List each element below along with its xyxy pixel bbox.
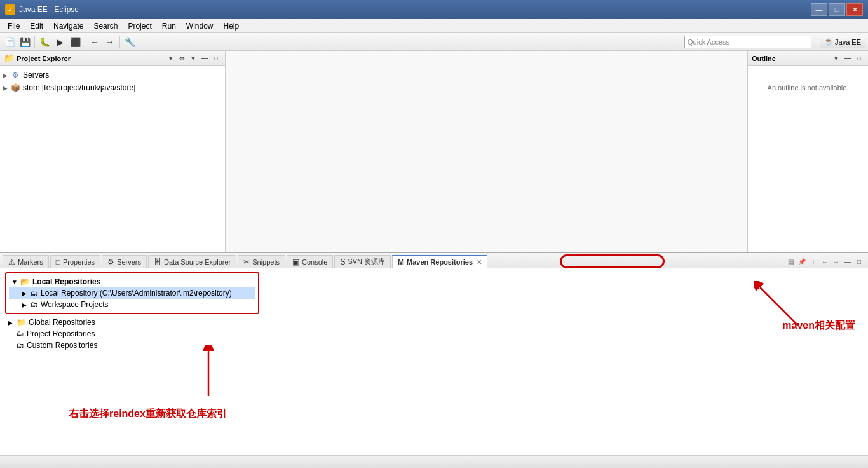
repo-workspace[interactable]: ▶ 🗂 Workspace Projects xyxy=(9,299,255,310)
outline-header: Outline ▼ — □ xyxy=(748,51,868,66)
servers-tab-icon: ⚙ xyxy=(107,258,114,266)
local-repos-highlight-box: ▼ 📂 Local Repositories ▶ 🗂 Local Reposit… xyxy=(5,272,259,314)
tree-item-store[interactable]: ▶ 📦 store [testproject/trunk/java/store] xyxy=(0,81,225,94)
outline-maximize-btn[interactable]: □ xyxy=(854,53,864,64)
workspace-icon: 🗂 xyxy=(31,300,38,309)
menu-search[interactable]: Search xyxy=(88,19,123,32)
tab-servers-label: Servers xyxy=(117,258,141,266)
toolbar-run-btn[interactable]: ▶ xyxy=(53,35,67,49)
bottom-tab-bar: ⚠ Markers □ Properties ⚙ Servers 🗄 Data … xyxy=(0,253,868,268)
reindex-annotation-text: 右击选择reindex重新获取仓库索引 xyxy=(69,408,227,421)
toolbar-sep-2 xyxy=(85,36,85,48)
menu-run[interactable]: Run xyxy=(157,19,181,32)
toolbar-sep-3 xyxy=(119,36,120,48)
toolbar-save-btn[interactable]: 💾 xyxy=(18,35,32,49)
tab-snippets-label: Snippets xyxy=(252,258,280,266)
tab-markers[interactable]: ⚠ Markers xyxy=(3,255,49,268)
project-explorer-header: 📁 Project Explorer ▾ ⇔ ▼ — □ xyxy=(0,51,225,66)
repo-local-group[interactable]: ▼ 📂 Local Repositories xyxy=(9,276,255,287)
repo-local-repo[interactable]: ▶ 🗂 Local Repository (C:\Users\Administr… xyxy=(9,287,255,299)
menu-navigate[interactable]: Navigate xyxy=(48,19,88,32)
quick-access-input[interactable]: Quick Access xyxy=(684,36,811,48)
svn-icon: S xyxy=(340,258,345,266)
outline-minimize-btn[interactable]: — xyxy=(843,53,853,64)
markers-icon: ⚠ xyxy=(8,258,15,266)
snippets-icon: ✂ xyxy=(243,258,250,266)
reindex-arrow xyxy=(189,345,227,402)
custom-repo-label: Custom Repositories xyxy=(27,341,97,350)
tab-properties-label: Properties xyxy=(63,258,95,266)
tab-maven-label: Maven Repositories xyxy=(407,258,473,266)
bottom-panel-controls: ▤ 📌 ↑ ← → — □ xyxy=(784,255,865,268)
bottom-view-btn[interactable]: ▤ xyxy=(785,256,796,266)
menu-project[interactable]: Project xyxy=(123,19,156,32)
tab-markers-label: Markers xyxy=(18,258,43,266)
toolbar-back-btn[interactable]: ← xyxy=(88,35,102,49)
bottom-fwd-btn[interactable]: → xyxy=(831,256,841,266)
bottom-pin-btn[interactable]: 📌 xyxy=(797,256,807,266)
repo-custom-group[interactable]: 🗂 Custom Repositories xyxy=(5,340,259,351)
maven-icon: M xyxy=(398,258,404,266)
panel-maximize-btn[interactable]: □ xyxy=(211,53,221,64)
local-group-label: Local Repositories xyxy=(32,277,100,286)
project-repo-label: Project Repositories xyxy=(27,329,95,338)
tab-servers[interactable]: ⚙ Servers xyxy=(102,255,147,268)
bottom-maximize-btn[interactable]: □ xyxy=(854,256,864,266)
toolbar-new-btn[interactable]: 📄 xyxy=(3,35,17,49)
perspective-button[interactable]: ☕ Java EE xyxy=(820,36,865,48)
custom-icon: 🗂 xyxy=(17,341,24,350)
bottom-back-btn[interactable]: ← xyxy=(820,256,830,266)
panel-link-btn[interactable]: ⇔ xyxy=(177,53,187,64)
panel-menu-btn[interactable]: ▼ xyxy=(188,53,198,64)
status-bar xyxy=(0,455,868,468)
tab-snippets[interactable]: ✂ Snippets xyxy=(238,255,285,268)
bottom-minimize-btn[interactable]: — xyxy=(843,256,853,266)
outline-menu-btn[interactable]: ▼ xyxy=(831,53,841,64)
local-repo-arrow: ▶ xyxy=(22,290,31,297)
toolbar-sep-1 xyxy=(34,36,35,48)
workspace-arrow: ▶ xyxy=(22,301,31,308)
menu-file[interactable]: File xyxy=(3,19,25,32)
bottom-up-btn[interactable]: ↑ xyxy=(808,256,818,266)
menu-window[interactable]: Window xyxy=(181,19,219,32)
tab-console-label: Console xyxy=(302,258,327,266)
outline-message: An outline is not available. xyxy=(748,66,868,97)
bottom-section: ⚠ Markers □ Properties ⚙ Servers 🗄 Data … xyxy=(0,252,868,455)
global-label: Global Repositories xyxy=(29,318,95,327)
local-group-arrow: ▼ xyxy=(11,279,20,286)
panel-minimize-btn[interactable]: — xyxy=(200,53,210,64)
repo-project-group[interactable]: 🗂 Project Repositories xyxy=(5,328,259,340)
global-icon: 📁 xyxy=(17,318,26,327)
minimize-button[interactable]: — xyxy=(811,3,827,16)
repo-global-group[interactable]: ▶ 📁 Global Repositories xyxy=(5,317,259,328)
properties-icon: □ xyxy=(56,258,60,266)
menu-edit[interactable]: Edit xyxy=(25,19,48,32)
local-repo-icon: 🗂 xyxy=(31,289,38,298)
toolbar-stop-btn[interactable]: ⬛ xyxy=(68,35,82,49)
close-button[interactable]: ✕ xyxy=(846,3,863,16)
tab-console[interactable]: ▣ Console xyxy=(287,255,333,268)
tab-datasource-label: Data Source Explorer xyxy=(164,258,231,266)
tab-properties[interactable]: □ Properties xyxy=(50,255,100,268)
menu-help[interactable]: Help xyxy=(219,19,245,32)
datasource-icon: 🗄 xyxy=(154,258,161,266)
toolbar-debug-btn[interactable]: 🐛 xyxy=(37,35,51,49)
tab-maven[interactable]: M Maven Repositories ✕ xyxy=(392,255,487,268)
workspace-label: Workspace Projects xyxy=(41,300,108,309)
maximize-button[interactable]: □ xyxy=(829,3,845,16)
app-icon: J xyxy=(5,4,15,15)
perspective-label: Java EE xyxy=(835,38,861,46)
tab-maven-close[interactable]: ✕ xyxy=(477,259,482,266)
tab-datasource[interactable]: 🗄 Data Source Explorer xyxy=(148,255,236,268)
toolbar-forward-btn[interactable]: → xyxy=(103,35,117,49)
store-icon: 📦 xyxy=(10,83,20,93)
outline-header-controls: ▼ — □ xyxy=(831,53,864,64)
maven-annotation-text: maven相关配置 xyxy=(782,319,855,333)
tree-item-servers[interactable]: ▶ ⚙ Servers xyxy=(0,69,225,81)
tab-svn[interactable]: S SVN 资源库 xyxy=(334,255,391,268)
outline-unavailable-text: An outline is not available. xyxy=(768,84,849,92)
panel-collapse-btn[interactable]: ▾ xyxy=(165,53,175,64)
toolbar-extra-btn[interactable]: 🔧 xyxy=(123,35,137,49)
bottom-content: ▼ 📂 Local Repositories ▶ 🗂 Local Reposit… xyxy=(0,268,868,455)
panel-header-controls: ▾ ⇔ ▼ — □ xyxy=(165,53,221,64)
